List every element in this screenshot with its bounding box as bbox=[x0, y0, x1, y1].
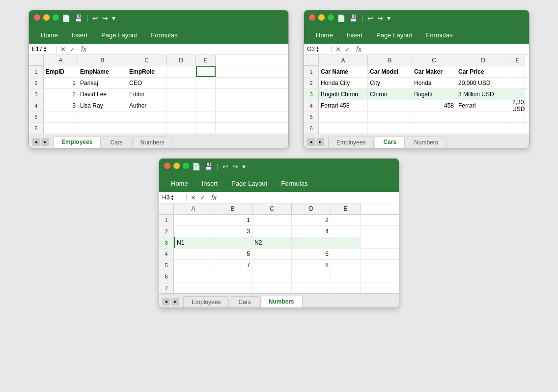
cell-num-e3[interactable] bbox=[331, 237, 361, 248]
cell-b1[interactable]: EmpName bbox=[78, 66, 127, 77]
cell-num-b5[interactable]: 7 bbox=[213, 260, 252, 271]
cell-car-e5[interactable] bbox=[510, 112, 525, 122]
cell-num-d7[interactable] bbox=[292, 282, 331, 293]
close-button-cars[interactable] bbox=[309, 14, 315, 21]
cell-car-a2[interactable]: Honda City bbox=[319, 78, 368, 88]
cell-a4[interactable]: 3 bbox=[44, 100, 78, 111]
cell-car-d6[interactable] bbox=[456, 123, 510, 134]
menu-insert[interactable]: Insert bbox=[70, 30, 90, 40]
minimize-button-cars[interactable] bbox=[318, 14, 325, 21]
cell-car-c3[interactable]: Bugatti bbox=[412, 89, 456, 100]
cell-d5[interactable] bbox=[167, 112, 196, 122]
cell-b4[interactable]: Lisa Ray bbox=[78, 100, 127, 111]
cell-d6[interactable] bbox=[167, 123, 196, 134]
cars-tab-numbers[interactable]: Numbers bbox=[406, 137, 446, 148]
cell-car-a4[interactable]: Ferrari 458 bbox=[319, 100, 368, 111]
cell-car-d4[interactable]: Ferrari bbox=[456, 100, 510, 111]
cell-num-b2[interactable]: 3 bbox=[213, 226, 252, 237]
cell-num-b1[interactable]: 1 bbox=[213, 215, 252, 225]
cell-car-d5[interactable] bbox=[456, 112, 510, 122]
cars-menu-page-layout[interactable]: Page Layout bbox=[374, 30, 414, 40]
maximize-button-numbers[interactable] bbox=[183, 163, 189, 169]
cell-a5[interactable] bbox=[44, 112, 78, 122]
cell-num-e2[interactable] bbox=[331, 226, 361, 237]
cell-num-b4[interactable]: 5 bbox=[213, 249, 252, 259]
cell-c1[interactable]: EmpRole bbox=[127, 66, 167, 77]
cell-num-c2[interactable] bbox=[252, 226, 292, 237]
cell-num-c1[interactable] bbox=[252, 215, 292, 225]
numbers-menu-home[interactable]: Home bbox=[169, 179, 190, 188]
cars-menu-home[interactable]: Home bbox=[314, 30, 335, 40]
cell-c4[interactable]: Author bbox=[127, 100, 167, 111]
cell-num-e6[interactable] bbox=[331, 271, 361, 282]
cell-a2[interactable]: 1 bbox=[44, 78, 78, 88]
cell-car-c1[interactable]: Car Maker bbox=[412, 66, 456, 77]
cell-car-c4[interactable]: 458 bbox=[412, 100, 456, 111]
cell-c5[interactable] bbox=[127, 112, 167, 122]
cell-num-c6[interactable] bbox=[252, 271, 292, 282]
cell-num-d1[interactable]: 2 bbox=[292, 215, 331, 225]
numbers-tab-numbers[interactable]: Numbers bbox=[260, 296, 303, 308]
cell-num-d3[interactable] bbox=[292, 237, 331, 248]
tab-next-button[interactable]: ► bbox=[41, 138, 49, 146]
cell-b2[interactable]: Pankaj bbox=[78, 78, 127, 88]
cell-num-c7[interactable] bbox=[252, 282, 292, 293]
cell-car-b6[interactable] bbox=[368, 123, 412, 134]
cell-num-d2[interactable]: 4 bbox=[292, 226, 331, 237]
cell-num-a1[interactable] bbox=[174, 215, 213, 225]
minimize-button[interactable] bbox=[43, 14, 50, 21]
cell-num-c4[interactable] bbox=[252, 249, 292, 259]
cell-num-e7[interactable] bbox=[331, 282, 361, 293]
cell-a1[interactable]: EmpID bbox=[44, 66, 78, 77]
tab-cars[interactable]: Cars bbox=[102, 137, 131, 148]
cell-d3[interactable] bbox=[167, 89, 196, 100]
cell-num-a6[interactable] bbox=[174, 271, 213, 282]
cell-car-b4[interactable] bbox=[368, 100, 412, 111]
cell-b6[interactable] bbox=[78, 123, 127, 134]
cell-car-e6[interactable] bbox=[510, 123, 525, 134]
cell-car-b5[interactable] bbox=[368, 112, 412, 122]
cell-e6[interactable] bbox=[196, 123, 216, 134]
numbers-tab-cars[interactable]: Cars bbox=[230, 296, 259, 308]
cell-num-a3[interactable]: N1 bbox=[174, 237, 213, 248]
cell-d4[interactable] bbox=[167, 100, 196, 111]
cell-car-e2[interactable] bbox=[510, 78, 525, 88]
cell-num-a5[interactable] bbox=[174, 260, 213, 271]
cars-tab-prev[interactable]: ◄ bbox=[307, 138, 315, 146]
numbers-tab-prev[interactable]: ◄ bbox=[162, 298, 170, 306]
cell-c2[interactable]: CEO bbox=[127, 78, 167, 88]
cars-menu-insert[interactable]: Insert bbox=[345, 30, 365, 40]
cell-e2[interactable] bbox=[196, 78, 216, 88]
cell-a3[interactable]: 2 bbox=[44, 89, 78, 100]
cell-c6[interactable] bbox=[127, 123, 167, 134]
cell-num-b3[interactable] bbox=[213, 237, 252, 248]
numbers-menu-formulas[interactable]: Formulas bbox=[279, 179, 309, 188]
cars-tab-cars[interactable]: Cars bbox=[375, 136, 405, 148]
cell-num-b6[interactable] bbox=[213, 271, 252, 282]
cell-e5[interactable] bbox=[196, 112, 216, 122]
maximize-button-cars[interactable] bbox=[328, 14, 334, 21]
close-button-numbers[interactable] bbox=[164, 163, 170, 169]
cell-d1[interactable] bbox=[167, 66, 196, 77]
cars-menu-formulas[interactable]: Formulas bbox=[424, 30, 454, 40]
cars-tab-next[interactable]: ► bbox=[316, 138, 324, 146]
numbers-tab-next[interactable]: ► bbox=[171, 298, 179, 306]
cell-car-c6[interactable] bbox=[412, 123, 456, 134]
cell-car-c5[interactable] bbox=[412, 112, 456, 122]
cell-car-b3[interactable]: Chiron bbox=[368, 89, 412, 100]
cell-num-e1[interactable] bbox=[331, 215, 361, 225]
cell-num-c5[interactable] bbox=[252, 260, 292, 271]
close-button[interactable] bbox=[34, 14, 40, 21]
cell-e4[interactable] bbox=[196, 100, 216, 111]
maximize-button[interactable] bbox=[53, 14, 59, 21]
cell-num-d5[interactable]: 8 bbox=[292, 260, 331, 271]
cell-car-d1[interactable]: Car Price bbox=[456, 66, 510, 77]
cell-e1[interactable] bbox=[196, 66, 216, 77]
cell-num-a7[interactable] bbox=[174, 282, 213, 293]
cell-e3[interactable] bbox=[196, 89, 216, 100]
numbers-menu-page-layout[interactable]: Page Layout bbox=[229, 179, 269, 188]
tab-numbers[interactable]: Numbers bbox=[132, 137, 173, 148]
menu-home[interactable]: Home bbox=[39, 30, 60, 40]
cell-car-b1[interactable]: Car Model bbox=[368, 66, 412, 77]
cell-c3[interactable]: Editor bbox=[127, 89, 167, 100]
